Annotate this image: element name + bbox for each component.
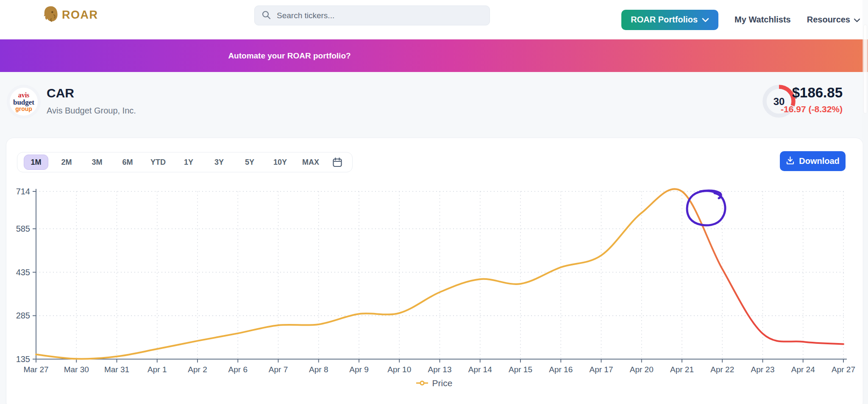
svg-text:Mar 27: Mar 27 bbox=[23, 365, 48, 374]
svg-text:285: 285 bbox=[16, 311, 30, 320]
svg-text:Apr 9: Apr 9 bbox=[349, 365, 368, 374]
legend-price-label: Price bbox=[432, 378, 453, 388]
promo-banner[interactable]: Automate your ROAR portfolio? bbox=[0, 39, 868, 72]
top-nav: ROAR ROAR Portfolios My Watchlists Resou… bbox=[0, 0, 868, 39]
price-block: $186.85 -16.97 (-8.32%) bbox=[673, 85, 843, 114]
ticker-symbol: CAR bbox=[47, 86, 74, 100]
svg-text:Apr 23: Apr 23 bbox=[751, 365, 775, 374]
resources-label: Resources bbox=[807, 15, 850, 25]
brand-wordmark: ROAR bbox=[62, 8, 98, 22]
chart-legend[interactable]: Price bbox=[0, 378, 868, 388]
company-name: Avis Budget Group, Inc. bbox=[47, 106, 136, 116]
calendar-icon[interactable] bbox=[328, 155, 347, 170]
legend-price-marker bbox=[416, 378, 428, 388]
svg-text:714: 714 bbox=[16, 187, 30, 196]
chevron-down-icon bbox=[702, 15, 709, 25]
nav-link-my-watchlists[interactable]: My Watchlists bbox=[734, 15, 791, 25]
svg-text:Apr 27: Apr 27 bbox=[832, 365, 855, 374]
chevron-down-icon bbox=[854, 15, 860, 25]
range-button-3m[interactable]: 3M bbox=[85, 155, 109, 170]
roar-portfolios-label: ROAR Portfolios bbox=[631, 15, 698, 25]
company-logo: avis budget group bbox=[7, 85, 41, 119]
svg-text:Apr 15: Apr 15 bbox=[509, 365, 532, 374]
svg-text:Mar 31: Mar 31 bbox=[104, 365, 129, 374]
svg-text:Apr 1: Apr 1 bbox=[147, 365, 167, 374]
price-chart[interactable]: 135285435585714Mar 27Mar 30Mar 31Apr 1Ap… bbox=[0, 182, 868, 378]
download-icon bbox=[786, 156, 795, 167]
svg-text:Apr 16: Apr 16 bbox=[549, 365, 573, 374]
svg-text:Apr 10: Apr 10 bbox=[387, 365, 411, 374]
roar-portfolios-button[interactable]: ROAR Portfolios bbox=[621, 10, 718, 30]
nav-right: ROAR Portfolios My Watchlists Resources bbox=[621, 0, 860, 39]
range-button-6m[interactable]: 6M bbox=[115, 155, 140, 170]
svg-text:585: 585 bbox=[16, 224, 30, 233]
scrollbar-thumb[interactable] bbox=[863, 25, 867, 113]
range-button-5y[interactable]: 5Y bbox=[237, 155, 262, 170]
range-selector: 1M2M3M6MYTD1Y3Y5Y10YMAX bbox=[17, 152, 353, 172]
svg-text:Apr 13: Apr 13 bbox=[428, 365, 452, 374]
download-button[interactable]: Download bbox=[780, 151, 846, 171]
nav-link-resources[interactable]: Resources bbox=[807, 15, 860, 25]
stock-header: avis budget group CAR Avis Budget Group,… bbox=[0, 72, 868, 139]
brand[interactable]: ROAR bbox=[42, 5, 98, 25]
promo-banner-text: Automate your ROAR portfolio? bbox=[228, 51, 351, 61]
svg-text:435: 435 bbox=[16, 268, 30, 277]
svg-text:135: 135 bbox=[16, 354, 30, 364]
range-button-1m[interactable]: 1M bbox=[24, 155, 48, 170]
range-button-max[interactable]: MAX bbox=[298, 155, 323, 170]
svg-text:Apr 21: Apr 21 bbox=[670, 365, 694, 374]
company-logo-line: group bbox=[15, 106, 32, 112]
download-label: Download bbox=[799, 156, 840, 166]
scrollbar[interactable] bbox=[862, 0, 868, 404]
range-button-3y[interactable]: 3Y bbox=[207, 155, 231, 170]
range-button-2m[interactable]: 2M bbox=[54, 155, 79, 170]
search-bar[interactable] bbox=[254, 6, 490, 25]
svg-text:Apr 14: Apr 14 bbox=[468, 365, 492, 374]
search-input[interactable] bbox=[276, 11, 483, 21]
svg-text:Apr 17: Apr 17 bbox=[590, 365, 613, 374]
annotation-circle bbox=[687, 191, 725, 225]
range-button-10y[interactable]: 10Y bbox=[268, 155, 292, 170]
svg-text:Apr 6: Apr 6 bbox=[228, 365, 248, 374]
range-button-ytd[interactable]: YTD bbox=[146, 155, 170, 170]
svg-text:Apr 24: Apr 24 bbox=[791, 365, 815, 374]
svg-text:Apr 7: Apr 7 bbox=[269, 365, 288, 374]
price-change: -16.97 (-8.32%) bbox=[673, 104, 843, 114]
page: ROAR ROAR Portfolios My Watchlists Resou… bbox=[0, 0, 868, 404]
range-button-1y[interactable]: 1Y bbox=[176, 155, 201, 170]
current-price: $186.85 bbox=[673, 85, 843, 101]
company-logo-line: avis bbox=[18, 92, 30, 99]
search-icon bbox=[262, 10, 271, 21]
svg-text:Apr 22: Apr 22 bbox=[710, 365, 734, 374]
svg-text:Apr 8: Apr 8 bbox=[309, 365, 328, 374]
svg-text:Mar 30: Mar 30 bbox=[64, 365, 89, 374]
roar-lion-icon bbox=[42, 5, 59, 25]
company-logo-line: budget bbox=[13, 99, 34, 106]
svg-text:Apr 20: Apr 20 bbox=[630, 365, 654, 374]
svg-text:Apr 2: Apr 2 bbox=[188, 365, 207, 374]
